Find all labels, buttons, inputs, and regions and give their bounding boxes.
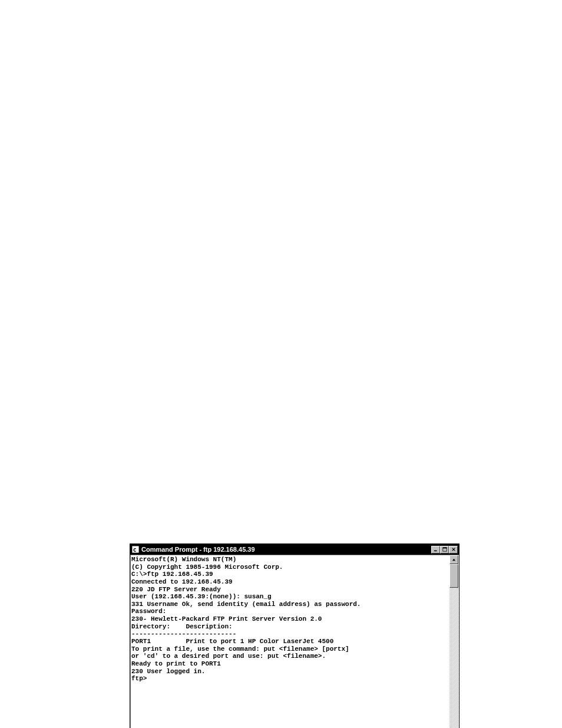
minimize-button[interactable] (431, 546, 440, 554)
window-title: Command Prompt - ftp 192.168.45.39 (141, 546, 431, 553)
terminal-line: C:\>ftp 192.168.45.39 (131, 571, 449, 578)
terminal-line: Directory: Description: (131, 623, 449, 631)
terminal-line: (C) Copyright 1985-1996 Microsoft Corp. (131, 564, 449, 571)
terminal-line: or 'cd' to a desired port and use: put <… (131, 653, 449, 660)
maximize-button[interactable] (440, 546, 449, 554)
svg-marker-8 (452, 559, 455, 561)
vertical-scrollbar[interactable] (449, 555, 458, 728)
scroll-thumb-vertical[interactable] (449, 564, 458, 588)
terminal-line: ftp> (131, 675, 449, 683)
terminal-line: User (192.168.45.39:(none)): susan_g (131, 593, 449, 601)
content-area: Microsoft(R) Windows NT(TM)(C) Copyright… (130, 555, 459, 728)
terminal-line: 230- Hewlett-Packard FTP Print Server Ve… (131, 615, 449, 623)
terminal-output[interactable]: Microsoft(R) Windows NT(TM)(C) Copyright… (131, 555, 449, 728)
terminal-line: 331 Username Ok, send identity (email ad… (131, 601, 449, 608)
terminal-line: Connected to 192.168.45.39 (131, 578, 449, 586)
terminal-line: Password: (131, 608, 449, 615)
terminal-line: 220 JD FTP Server Ready (131, 586, 449, 594)
terminal-line: --------------------------- (131, 630, 449, 638)
terminal-line: PORT1 Print to port 1 HP Color LaserJet … (131, 638, 449, 645)
close-button[interactable] (449, 546, 458, 554)
terminal-line: To print a file, use the command: put <f… (131, 645, 449, 653)
svg-text:c: c (133, 546, 137, 553)
titlebar[interactable]: c Command Prompt - ftp 192.168.45.39 (130, 544, 459, 555)
scroll-track-vertical[interactable] (449, 564, 458, 728)
command-prompt-window: c Command Prompt - ftp 192.168.45.39 Mic… (130, 543, 459, 728)
scroll-up-button[interactable] (449, 555, 458, 564)
svg-rect-3 (434, 551, 437, 552)
terminal-line: Microsoft(R) Windows NT(TM) (131, 556, 449, 564)
svg-rect-5 (442, 548, 446, 549)
app-icon: c (131, 545, 140, 554)
window-controls (431, 546, 458, 554)
terminal-line: 230 User logged in. (131, 668, 449, 676)
terminal-line: Ready to print to PORT1 (131, 660, 449, 668)
